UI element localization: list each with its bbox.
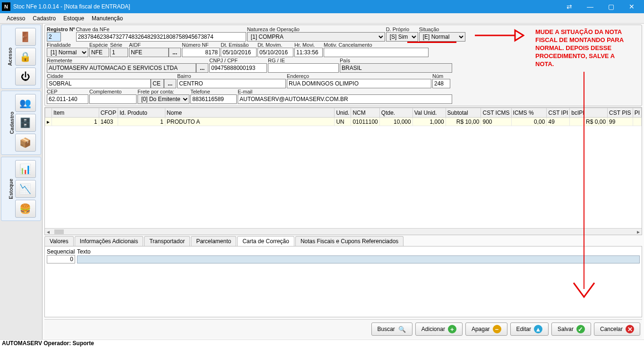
select-finalidade[interactable]: [1] Normal: [47, 48, 88, 57]
input-cnpj[interactable]: [209, 63, 267, 73]
check-icon: ✓: [576, 325, 585, 333]
input-sequencial[interactable]: [47, 255, 75, 263]
textarea-texto[interactable]: [77, 255, 640, 263]
minimize-icon[interactable]: —: [580, 0, 601, 13]
tab-carta[interactable]: Carta de Correção: [237, 236, 294, 246]
select-dproprio[interactable]: [S] Sim: [386, 32, 418, 42]
cell-item: 1: [52, 118, 99, 126]
col-csticms[interactable]: CST ICMS: [481, 108, 511, 118]
tab-transp[interactable]: Transportador: [144, 236, 190, 246]
col-valunid[interactable]: Val Unid.: [412, 108, 446, 118]
input-chave[interactable]: [76, 32, 246, 42]
tab-info[interactable]: Informações Adicionais: [75, 236, 143, 246]
menu-estoque[interactable]: Estoque: [60, 14, 88, 23]
input-especie[interactable]: [89, 48, 109, 57]
input-dtmovim[interactable]: [258, 48, 293, 57]
sidebar-btn-chart-add[interactable]: 📊: [15, 160, 36, 178]
col-subtotal[interactable]: Subtotal: [446, 108, 481, 118]
menu-cadastro[interactable]: Cadastro: [29, 14, 60, 23]
buscar-button[interactable]: Buscar🔍: [371, 323, 412, 336]
lbl-finalidade: Finalidade: [47, 42, 88, 48]
svg-marker-1: [515, 30, 524, 41]
input-serie[interactable]: [110, 48, 128, 57]
input-registro[interactable]: [47, 32, 61, 42]
swap-icon[interactable]: ⇄: [559, 0, 580, 13]
input-pais[interactable]: [340, 63, 452, 73]
maximize-icon[interactable]: ▢: [601, 0, 621, 13]
input-bairro[interactable]: [177, 79, 286, 88]
sidebar-group-cadastro: Cadastro: [9, 111, 15, 134]
tab-parcel[interactable]: Parcelamento: [191, 236, 236, 246]
sidebar-btn-burger[interactable]: 🍔: [15, 200, 36, 218]
input-cep[interactable]: [47, 94, 88, 104]
col-cfop[interactable]: CFOP: [99, 108, 118, 118]
select-frete[interactable]: [0] Do Emitente: [137, 94, 189, 104]
cancelar-button[interactable]: Cancelar✕: [594, 323, 640, 336]
sidebar-btn-users[interactable]: 👥: [15, 94, 36, 112]
items-grid: Item CFOP Id. Produto Nome Unid. NCM Qtd…: [44, 107, 642, 235]
grid-row[interactable]: ▸ 1 1403 1 PRODUTO A UN 01011100 10,000 …: [45, 118, 642, 126]
annotation-arrow-right: [472, 27, 524, 43]
lbl-texto: Texto: [77, 248, 640, 255]
adicionar-button[interactable]: Adicionar+: [415, 323, 463, 336]
select-situacao[interactable]: [E] Normal: [419, 32, 465, 42]
lbl-bairro: Bairro: [177, 73, 286, 79]
col-cstipi[interactable]: CST IPI: [547, 108, 570, 118]
col-cstpis[interactable]: CST PIS: [608, 108, 633, 118]
select-natureza[interactable]: [1] COMPRA: [247, 32, 385, 42]
edit-icon: ▲: [534, 325, 542, 333]
sidebar-btn-power[interactable]: ⏻: [15, 68, 36, 85]
input-complemento[interactable]: [89, 94, 137, 104]
sidebar-btn-lock[interactable]: 🔒: [15, 48, 36, 66]
menu-acesso[interactable]: Acesso: [3, 14, 29, 23]
input-hrmovi[interactable]: [294, 48, 323, 57]
input-telefone[interactable]: [190, 94, 237, 104]
btn-aidf-lookup[interactable]: ...: [169, 48, 181, 57]
col-bcipi[interactable]: bcIPI: [570, 108, 608, 118]
status-bar: AUTOMASERV Operador: Suporte: [0, 340, 644, 348]
col-idprod[interactable]: Id. Produto: [118, 108, 165, 118]
tab-notas[interactable]: Notas Fiscais e Cupons Referenciados: [295, 236, 404, 246]
sidebar-btn-box[interactable]: 📦: [15, 134, 36, 152]
menu-manutencao[interactable]: Manutenção: [88, 14, 127, 23]
cell-csticms: 900: [481, 118, 511, 126]
input-motivcancel[interactable]: [324, 48, 429, 57]
col-icmspct[interactable]: ICMS %: [511, 108, 547, 118]
sidebar-btn-chart-del[interactable]: 📉: [15, 180, 36, 198]
sidebar-group-acesso: Acesso: [7, 47, 13, 66]
apagar-button[interactable]: Apagar−: [465, 323, 507, 336]
col-unid[interactable]: Unid.: [335, 108, 351, 118]
lbl-rgie: RG / IE: [268, 58, 339, 63]
input-cidade[interactable]: [47, 79, 151, 88]
lbl-frete: Frete por conta:: [137, 89, 189, 94]
btn-remetente-lookup[interactable]: ...: [196, 63, 208, 73]
titlebar: N Stoc NFe 1.0.0.14 - [Nota fiscal de EN…: [0, 0, 644, 13]
col-item[interactable]: Item: [52, 108, 99, 118]
lbl-hrmovi: Hr. Movi.: [294, 42, 323, 48]
col-ncm[interactable]: NCM: [351, 108, 379, 118]
input-uf[interactable]: [151, 79, 164, 88]
tab-valores[interactable]: Valores: [44, 236, 74, 246]
btn-cidade-lookup[interactable]: ...: [164, 79, 176, 88]
sidebar-btn-door[interactable]: 🚪: [15, 28, 36, 46]
lbl-dtemissao: Dt. Emissão: [221, 42, 257, 48]
col-qtde[interactable]: Qtde.: [379, 108, 412, 118]
editar-button[interactable]: Editar▲: [510, 323, 549, 336]
input-num[interactable]: [432, 79, 450, 88]
col-pi[interactable]: PI: [633, 108, 641, 118]
button-bar: Buscar🔍 Adicionar+ Apagar− Editar▲ Salva…: [44, 319, 642, 339]
input-remetente[interactable]: [47, 63, 196, 73]
input-numero[interactable]: [182, 48, 220, 57]
sidebar-btn-db[interactable]: 🗄️: [15, 114, 36, 132]
input-endereco[interactable]: [287, 79, 431, 88]
col-nome[interactable]: Nome: [165, 108, 335, 118]
lbl-especie: Espécie: [89, 42, 109, 48]
salvar-button[interactable]: Salvar✓: [551, 323, 591, 336]
input-email[interactable]: [238, 94, 452, 104]
lower-panel: Sequencial Texto: [44, 246, 642, 317]
input-rgie[interactable]: [268, 63, 339, 73]
input-dtemissao[interactable]: [221, 48, 257, 57]
grid-h-scrollbar[interactable]: ◂▸: [45, 228, 642, 235]
input-aidf[interactable]: [129, 48, 169, 57]
close-icon[interactable]: ✕: [621, 0, 642, 13]
